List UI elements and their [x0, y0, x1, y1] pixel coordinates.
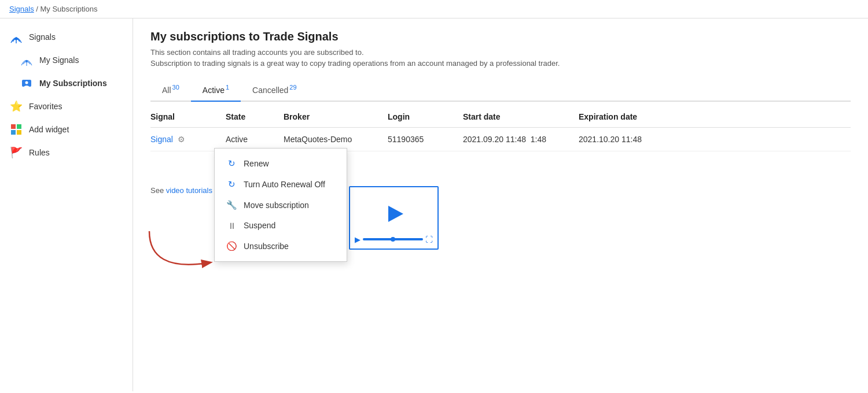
col-signal: Signal	[150, 112, 226, 121]
sidebar-subscriptions-label: My Subscriptions	[39, 79, 107, 88]
video-progress-dot	[391, 237, 395, 242]
sidebar-rules-label: Rules	[29, 148, 50, 157]
sidebar-signals-label: Signals	[29, 32, 56, 42]
page-desc1: This section contains all trading accoun…	[150, 48, 851, 57]
sidebar-my-signals-label: My Signals	[39, 55, 79, 65]
tab-all-badge: 30	[172, 84, 179, 91]
col-broker: Broker	[284, 112, 388, 121]
col-expiration-date: Expiration date	[579, 112, 706, 121]
dropdown-move-label: Move subscription	[244, 201, 309, 210]
dropdown-item-move-subscription[interactable]: 🔧 Move subscription	[215, 195, 347, 216]
gear-button[interactable]: ⚙	[175, 134, 187, 145]
col-login: Login	[388, 112, 463, 121]
breadcrumb-current: My Subscriptions	[40, 5, 97, 13]
dropdown-menu: ↻ Renew ↻ Turn Auto Renewal Off 🔧 Move s…	[214, 148, 347, 262]
dropdown-item-turn-auto-renewal-off[interactable]: ↻ Turn Auto Renewal Off	[215, 174, 347, 195]
dropdown-item-suspend[interactable]: ⏸ Suspend	[215, 216, 347, 236]
svg-rect-9	[17, 130, 21, 135]
breadcrumb-separator: /	[34, 5, 41, 13]
sidebar-favorites-label: Favorites	[29, 102, 62, 111]
dropdown-unsubscribe-label: Unsubscribe	[244, 242, 289, 251]
video-tutorials-link[interactable]: video tutorials	[166, 186, 212, 195]
dropdown-item-renew[interactable]: ↻ Renew	[215, 153, 347, 174]
renew-icon: ↻	[225, 158, 238, 169]
sidebar-item-my-subscriptions[interactable]: My Subscriptions	[0, 72, 133, 95]
tabs: All30 Active1 Cancelled29	[150, 79, 851, 102]
dropdown-renew-label: Renew	[244, 159, 269, 168]
play-ctrl-icon: ▶	[355, 235, 361, 244]
autorenew-icon: ↻	[225, 179, 238, 190]
svg-rect-6	[11, 124, 16, 129]
svg-point-5	[25, 81, 28, 84]
tab-cancelled-label: Cancelled	[252, 86, 288, 95]
dropdown-suspend-label: Suspend	[244, 221, 275, 230]
svg-marker-10	[388, 206, 403, 222]
wrench-icon: 🔧	[225, 200, 238, 210]
rules-icon: 🚩	[9, 146, 23, 160]
row-broker: MetaQuotes-Demo	[284, 135, 388, 144]
bottom-text-prefix: See	[150, 186, 166, 195]
dropdown-auto-renewal-label: Turn Auto Renewal Off	[244, 180, 325, 189]
pause-icon: ⏸	[225, 221, 238, 231]
row-expiration-date: 2021.10.20 11:48	[579, 135, 706, 144]
tab-active-badge: 1	[226, 84, 229, 91]
signal-cell: Signal ⚙	[150, 134, 226, 145]
ban-icon: 🚫	[225, 241, 238, 251]
signal-name-link[interactable]: Signal	[150, 135, 173, 144]
sidebar-add-widget-label: Add widget	[29, 125, 69, 134]
svg-rect-8	[11, 130, 16, 135]
layout: Signals My Signals	[0, 18, 868, 391]
signals-icon	[9, 30, 23, 44]
tab-all[interactable]: All30	[150, 79, 191, 102]
tab-cancelled-badge: 29	[289, 84, 296, 91]
dropdown-item-unsubscribe[interactable]: 🚫 Unsubscribe	[215, 236, 347, 257]
my-signals-icon	[20, 53, 34, 67]
sidebar-item-my-signals[interactable]: My Signals	[0, 49, 133, 72]
table-row: Signal ⚙ Active MetaQuotes-Demo 51190365…	[150, 128, 851, 151]
breadcrumb: Signals / My Subscriptions	[0, 0, 868, 18]
row-login: 51190365	[388, 135, 463, 144]
sidebar-item-favorites[interactable]: ⭐ Favorites	[0, 95, 133, 118]
expand-icon: ⛶	[425, 235, 433, 244]
subscriptions-icon	[20, 76, 34, 90]
breadcrumb-link[interactable]: Signals	[9, 5, 34, 13]
page-desc2: Subscription to trading signals is a gre…	[150, 59, 851, 68]
add-widget-icon	[9, 123, 23, 136]
sidebar-item-signals[interactable]: Signals	[0, 25, 133, 49]
tab-active-label: Active	[203, 86, 225, 95]
sidebar-item-add-widget[interactable]: Add widget	[0, 118, 133, 141]
play-icon	[382, 202, 406, 225]
video-controls: ▶ ⛶	[355, 235, 433, 244]
row-state: Active	[226, 135, 284, 144]
page-title: My subscriptions to Trade Signals	[150, 30, 851, 43]
main-content: My subscriptions to Trade Signals This s…	[133, 18, 868, 391]
svg-rect-7	[17, 124, 21, 129]
tab-cancelled[interactable]: Cancelled29	[241, 79, 308, 102]
sidebar-item-rules[interactable]: 🚩 Rules	[0, 141, 133, 164]
favorites-icon: ⭐	[9, 99, 23, 113]
row-start-date: 2021.09.20 11:48 1:48	[463, 135, 579, 144]
video-progress-bar	[363, 238, 423, 240]
table-header: Signal State Broker Login Start date Exp…	[150, 106, 851, 128]
tab-active[interactable]: Active1	[191, 79, 241, 102]
video-thumbnail[interactable]: ▶ ⛶	[349, 186, 439, 250]
col-state: State	[226, 112, 284, 121]
tab-all-label: All	[162, 86, 171, 95]
col-start-date: Start date	[463, 112, 579, 121]
sidebar: Signals My Signals	[0, 18, 133, 391]
